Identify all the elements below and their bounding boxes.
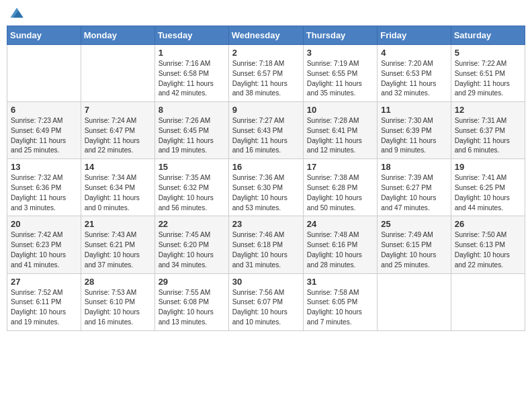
calendar-cell: 6Sunrise: 7:23 AM Sunset: 6:49 PM Daylig… (7, 102, 81, 159)
calendar-cell (81, 45, 154, 102)
day-info: Sunrise: 7:23 AM Sunset: 6:49 PM Dayligh… (11, 116, 77, 156)
calendar-week-row: 27Sunrise: 7:52 AM Sunset: 6:11 PM Dayli… (7, 273, 525, 330)
day-number: 23 (232, 219, 300, 229)
day-info: Sunrise: 7:45 AM Sunset: 6:20 PM Dayligh… (159, 230, 225, 270)
calendar-cell: 3Sunrise: 7:19 AM Sunset: 6:55 PM Daylig… (303, 45, 377, 102)
day-info: Sunrise: 7:20 AM Sunset: 6:53 PM Dayligh… (381, 59, 447, 99)
calendar-cell: 16Sunrise: 7:36 AM Sunset: 6:30 PM Dayli… (228, 159, 303, 216)
day-number: 15 (159, 162, 225, 172)
calendar-cell: 31Sunrise: 7:58 AM Sunset: 6:05 PM Dayli… (303, 273, 377, 330)
calendar-header-tuesday: Tuesday (154, 26, 228, 45)
day-info: Sunrise: 7:16 AM Sunset: 6:58 PM Dayligh… (159, 59, 225, 99)
calendar-header-thursday: Thursday (303, 26, 377, 45)
day-info: Sunrise: 7:35 AM Sunset: 6:32 PM Dayligh… (159, 173, 225, 213)
calendar-cell: 9Sunrise: 7:27 AM Sunset: 6:43 PM Daylig… (228, 102, 303, 159)
calendar-cell: 28Sunrise: 7:53 AM Sunset: 6:10 PM Dayli… (81, 273, 154, 330)
calendar-header-wednesday: Wednesday (228, 26, 303, 45)
calendar-cell: 13Sunrise: 7:32 AM Sunset: 6:36 PM Dayli… (7, 159, 81, 216)
calendar-cell: 21Sunrise: 7:43 AM Sunset: 6:21 PM Dayli… (81, 216, 154, 273)
calendar-cell: 5Sunrise: 7:22 AM Sunset: 6:51 PM Daylig… (451, 45, 525, 102)
calendar-cell: 27Sunrise: 7:52 AM Sunset: 6:11 PM Dayli… (7, 273, 81, 330)
day-info: Sunrise: 7:22 AM Sunset: 6:51 PM Dayligh… (455, 59, 521, 99)
calendar-week-row: 20Sunrise: 7:42 AM Sunset: 6:23 PM Dayli… (7, 216, 525, 273)
calendar-week-row: 1Sunrise: 7:16 AM Sunset: 6:58 PM Daylig… (7, 45, 525, 102)
day-info: Sunrise: 7:50 AM Sunset: 6:13 PM Dayligh… (455, 230, 521, 270)
calendar-cell: 29Sunrise: 7:55 AM Sunset: 6:08 PM Dayli… (154, 273, 228, 330)
calendar-cell: 15Sunrise: 7:35 AM Sunset: 6:32 PM Dayli… (154, 159, 228, 216)
day-number: 7 (85, 105, 151, 115)
day-info: Sunrise: 7:39 AM Sunset: 6:27 PM Dayligh… (381, 173, 447, 213)
day-info: Sunrise: 7:18 AM Sunset: 6:57 PM Dayligh… (232, 59, 300, 99)
calendar-header-row: SundayMondayTuesdayWednesdayThursdayFrid… (7, 26, 525, 45)
day-info: Sunrise: 7:43 AM Sunset: 6:21 PM Dayligh… (85, 230, 151, 270)
calendar-cell (7, 45, 81, 102)
calendar-week-row: 6Sunrise: 7:23 AM Sunset: 6:49 PM Daylig… (7, 102, 525, 159)
day-info: Sunrise: 7:27 AM Sunset: 6:43 PM Dayligh… (232, 116, 300, 156)
calendar-cell: 1Sunrise: 7:16 AM Sunset: 6:58 PM Daylig… (154, 45, 228, 102)
calendar-cell: 22Sunrise: 7:45 AM Sunset: 6:20 PM Dayli… (154, 216, 228, 273)
day-info: Sunrise: 7:19 AM Sunset: 6:55 PM Dayligh… (307, 59, 373, 99)
day-number: 12 (455, 105, 521, 115)
day-number: 28 (85, 277, 151, 287)
day-info: Sunrise: 7:28 AM Sunset: 6:41 PM Dayligh… (307, 116, 373, 156)
calendar-cell: 19Sunrise: 7:41 AM Sunset: 6:25 PM Dayli… (451, 159, 525, 216)
day-number: 8 (159, 105, 225, 115)
day-number: 29 (159, 277, 225, 287)
calendar-cell: 14Sunrise: 7:34 AM Sunset: 6:34 PM Dayli… (81, 159, 154, 216)
day-number: 31 (307, 277, 373, 287)
calendar-cell (378, 273, 451, 330)
calendar-cell: 4Sunrise: 7:20 AM Sunset: 6:53 PM Daylig… (378, 45, 451, 102)
day-number: 14 (85, 162, 151, 172)
calendar-header-friday: Friday (378, 26, 451, 45)
calendar-cell: 12Sunrise: 7:31 AM Sunset: 6:37 PM Dayli… (451, 102, 525, 159)
day-info: Sunrise: 7:42 AM Sunset: 6:23 PM Dayligh… (11, 230, 77, 270)
day-number: 25 (381, 219, 447, 229)
day-number: 4 (381, 48, 447, 58)
day-info: Sunrise: 7:24 AM Sunset: 6:47 PM Dayligh… (85, 116, 151, 156)
day-number: 1 (159, 48, 225, 58)
page-header (7, 7, 525, 21)
day-info: Sunrise: 7:48 AM Sunset: 6:16 PM Dayligh… (307, 230, 373, 270)
day-number: 9 (232, 105, 300, 115)
day-info: Sunrise: 7:52 AM Sunset: 6:11 PM Dayligh… (11, 288, 77, 328)
day-info: Sunrise: 7:34 AM Sunset: 6:34 PM Dayligh… (85, 173, 151, 213)
calendar-cell: 7Sunrise: 7:24 AM Sunset: 6:47 PM Daylig… (81, 102, 154, 159)
day-info: Sunrise: 7:26 AM Sunset: 6:45 PM Dayligh… (159, 116, 225, 156)
calendar-cell: 10Sunrise: 7:28 AM Sunset: 6:41 PM Dayli… (303, 102, 377, 159)
day-number: 16 (232, 162, 300, 172)
day-number: 20 (11, 219, 77, 229)
day-number: 24 (307, 219, 373, 229)
calendar-cell: 18Sunrise: 7:39 AM Sunset: 6:27 PM Dayli… (378, 159, 451, 216)
day-number: 5 (455, 48, 521, 58)
day-info: Sunrise: 7:32 AM Sunset: 6:36 PM Dayligh… (11, 173, 77, 213)
day-number: 6 (11, 105, 77, 115)
calendar-table: SundayMondayTuesdayWednesdayThursdayFrid… (7, 26, 525, 331)
day-number: 22 (159, 219, 225, 229)
calendar-cell: 30Sunrise: 7:56 AM Sunset: 6:07 PM Dayli… (228, 273, 303, 330)
day-info: Sunrise: 7:31 AM Sunset: 6:37 PM Dayligh… (455, 116, 521, 156)
day-number: 21 (85, 219, 151, 229)
day-number: 18 (381, 162, 447, 172)
logo-icon (9, 7, 24, 21)
day-number: 10 (307, 105, 373, 115)
day-info: Sunrise: 7:46 AM Sunset: 6:18 PM Dayligh… (232, 230, 300, 270)
day-number: 26 (455, 219, 521, 229)
day-info: Sunrise: 7:49 AM Sunset: 6:15 PM Dayligh… (381, 230, 447, 270)
logo (9, 7, 26, 21)
calendar-week-row: 13Sunrise: 7:32 AM Sunset: 6:36 PM Dayli… (7, 159, 525, 216)
day-info: Sunrise: 7:36 AM Sunset: 6:30 PM Dayligh… (232, 173, 300, 213)
calendar-cell: 2Sunrise: 7:18 AM Sunset: 6:57 PM Daylig… (228, 45, 303, 102)
calendar-cell: 25Sunrise: 7:49 AM Sunset: 6:15 PM Dayli… (378, 216, 451, 273)
day-number: 11 (381, 105, 447, 115)
day-number: 3 (307, 48, 373, 58)
day-number: 27 (11, 277, 77, 287)
calendar-cell: 17Sunrise: 7:38 AM Sunset: 6:28 PM Dayli… (303, 159, 377, 216)
day-number: 2 (232, 48, 300, 58)
calendar-cell: 11Sunrise: 7:30 AM Sunset: 6:39 PM Dayli… (378, 102, 451, 159)
day-info: Sunrise: 7:55 AM Sunset: 6:08 PM Dayligh… (159, 288, 225, 328)
day-info: Sunrise: 7:58 AM Sunset: 6:05 PM Dayligh… (307, 288, 373, 328)
calendar-header-monday: Monday (81, 26, 154, 45)
day-info: Sunrise: 7:30 AM Sunset: 6:39 PM Dayligh… (381, 116, 447, 156)
day-info: Sunrise: 7:38 AM Sunset: 6:28 PM Dayligh… (307, 173, 373, 213)
day-number: 30 (232, 277, 300, 287)
